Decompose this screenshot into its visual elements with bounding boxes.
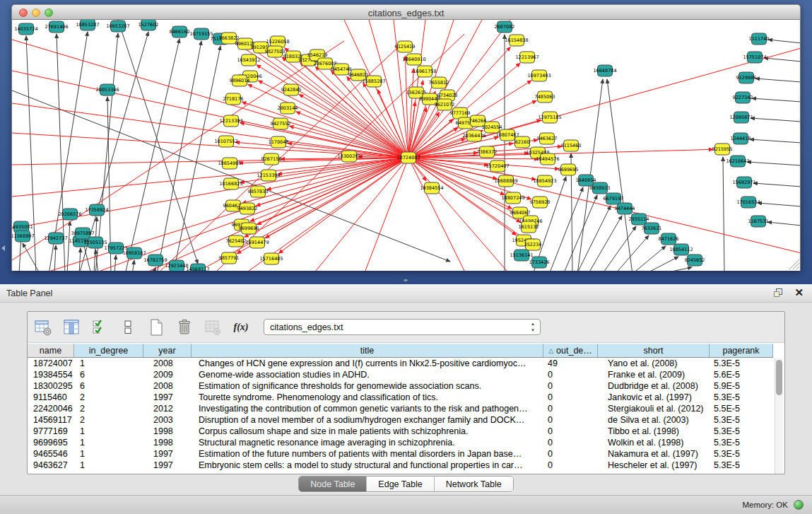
citation-edge-black[interactable] [753, 183, 801, 187]
column-header-year[interactable]: year [143, 344, 192, 357]
table-row[interactable]: 969969511998Structural magnetic resonanc… [28, 437, 773, 448]
select-rows-icon[interactable] [90, 317, 110, 337]
table-cell: 2 [74, 415, 143, 425]
tab-network-table[interactable]: Network Table [435, 477, 513, 491]
citation-edge-red[interactable] [12, 40, 408, 158]
citation-edge-black[interactable] [750, 139, 801, 143]
citation-edge-black[interactable] [67, 221, 70, 271]
scrollbar-thumb[interactable] [776, 360, 782, 395]
graph-node-label: 1615132 [519, 224, 539, 230]
citation-edge-black[interactable] [751, 118, 801, 122]
citation-edge-black[interactable] [764, 58, 801, 62]
dropdown-arrows-icon: ▲▼ [531, 321, 535, 334]
graph-node-label: 14935051 [12, 224, 33, 230]
column-header-short[interactable]: short [598, 344, 710, 357]
vertical-scrollbar[interactable] [775, 358, 783, 474]
delete-table-icon[interactable] [175, 317, 194, 337]
citation-edge-black[interactable] [632, 246, 666, 271]
show-columns-icon[interactable] [61, 317, 81, 337]
graph-node-label: 9756928 [530, 199, 551, 205]
window-title-bar[interactable]: citations_edges.txt [11, 4, 801, 20]
float-panel-icon[interactable] [773, 288, 783, 298]
graph-node-label: 20206576 [58, 211, 81, 217]
network-canvas[interactable]: 1872400714035724276914061085328710653287… [11, 20, 801, 271]
graph-node-label: 19384554 [420, 185, 443, 191]
citation-edge-black[interactable] [563, 195, 597, 271]
graph-node-label: 11568897 [12, 233, 35, 239]
table-settings-icon[interactable] [33, 317, 53, 337]
network-window: citations_edges.txt 18724007140357242769… [11, 4, 801, 271]
table-row[interactable]: 1938455462009Genome-wide association stu… [28, 369, 773, 380]
graph-node-label: 10854112 [669, 247, 693, 252]
citation-edge-red[interactable] [365, 158, 408, 271]
column-header-in_degree[interactable]: in_degree [74, 344, 143, 357]
table-cell: 0 [543, 415, 598, 425]
citation-edge-black[interactable] [747, 162, 801, 165]
tab-node-table[interactable]: Node Table [299, 477, 367, 491]
citation-edge-red[interactable] [408, 149, 713, 158]
citation-edge-black[interactable] [752, 98, 801, 102]
citation-edge-black[interactable] [723, 157, 724, 271]
citation-edge-black[interactable] [758, 203, 801, 206]
citation-edge-black[interactable] [588, 216, 622, 271]
table-cell: 14569117 [28, 415, 74, 425]
table-row[interactable]: 946554611997Estimation of the future num… [28, 448, 773, 460]
graph-node-label: 7386372 [477, 149, 498, 155]
table-row[interactable]: 1456911722003Disruption of a novel membe… [28, 414, 773, 426]
column-header-title[interactable]: title [192, 344, 543, 357]
citation-edge-black[interactable] [132, 260, 134, 271]
table-row[interactable]: 2242004622012Investigating the contribut… [28, 403, 773, 414]
delete-column-icon[interactable] [203, 317, 223, 337]
table-cell: Dudbridge et al. (2008) [598, 381, 710, 391]
graph-node-label: 14569117 [186, 267, 209, 271]
citation-edge-black[interactable] [54, 245, 56, 271]
table-row[interactable]: 977716911998Corpus callosum shape and si… [28, 426, 773, 437]
citation-edge-black[interactable] [768, 40, 801, 43]
citation-edge-black[interactable] [645, 257, 678, 271]
sort-ascending-icon: △ [548, 347, 553, 354]
graph-node-label: 1024554 [482, 124, 502, 130]
memory-status-indicator[interactable] [794, 500, 804, 510]
table-cell: 6 [74, 370, 143, 380]
citation-edge-black[interactable] [79, 248, 81, 271]
table-cell: 0 [543, 370, 598, 380]
row-height-icon[interactable] [118, 317, 138, 337]
table-cell: 1 [74, 460, 143, 470]
citation-edge-black[interactable] [607, 79, 632, 271]
graph-node-label: 20053346 [95, 87, 119, 93]
citation-edge-black[interactable] [767, 222, 801, 226]
citation-edge-black[interactable] [95, 33, 118, 271]
table-cell: 5.3E-5 [710, 438, 773, 448]
citation-edge-red[interactable] [408, 158, 464, 271]
close-panel-icon[interactable]: ✕ [794, 288, 804, 298]
citation-edge-black[interactable] [755, 78, 801, 82]
graph-node-label: 16961758 [413, 69, 436, 74]
column-header-out_de[interactable]: △out_de… [543, 344, 598, 357]
table-row[interactable]: 946362711997Embryonic stem cells: a mode… [28, 460, 773, 471]
function-builder-icon[interactable]: f(x) [231, 317, 251, 337]
table-row[interactable]: 911546021997Tourette syndrome. Phenomeno… [28, 392, 773, 403]
collapse-panel-arrow-icon[interactable] [1, 245, 5, 251]
graph-node-label: 9245652 [685, 257, 705, 263]
citation-edge-black[interactable] [173, 46, 220, 271]
citation-edge-red[interactable] [347, 76, 408, 158]
table-cell: 1 [74, 358, 143, 368]
citation-edge-red[interactable] [250, 158, 408, 221]
graph-node-label: 16648784 [593, 68, 616, 74]
citation-edge-red[interactable] [257, 158, 408, 225]
column-header-pagerank[interactable]: pagerank [710, 344, 773, 357]
citation-edge-black[interactable] [549, 187, 583, 271]
table-select-dropdown[interactable]: citations_edges.txt ▲▼ [264, 319, 541, 335]
citation-edge-black[interactable] [615, 235, 649, 271]
table-cell: 6 [74, 381, 143, 391]
column-header-name[interactable]: name [28, 344, 74, 357]
citation-edge-black[interactable] [658, 267, 692, 271]
tab-edge-table[interactable]: Edge Table [367, 477, 434, 491]
table-body: 1872400712008Changes of HCN gene express… [28, 358, 773, 471]
table-row[interactable]: 1830029562008Estimation of significance … [28, 380, 773, 392]
splitter-handle[interactable] [402, 279, 409, 282]
new-table-icon[interactable] [146, 317, 166, 337]
graph-node-label: 6679197 [604, 196, 624, 201]
citation-edge-black[interactable] [114, 255, 116, 271]
table-row[interactable]: 1872400712008Changes of HCN gene express… [28, 358, 773, 369]
